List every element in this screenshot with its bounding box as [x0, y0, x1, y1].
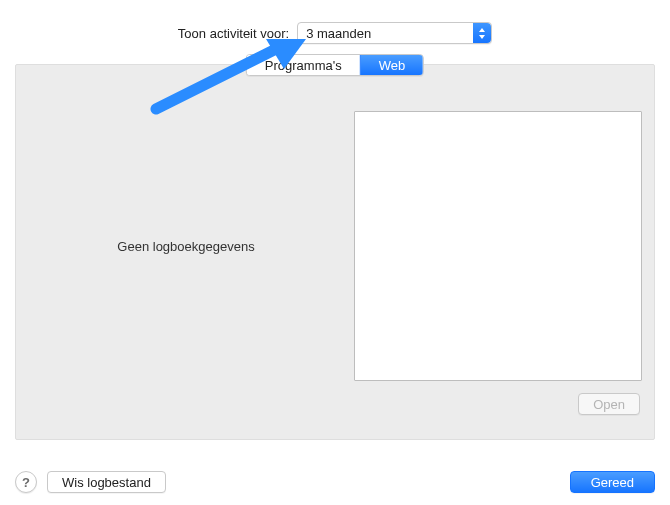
bottom-bar: ? Wis logbestand Gereed — [0, 459, 670, 505]
activity-period-select[interactable]: 3 maanden — [297, 22, 492, 44]
empty-message: Geen logboekgegevens — [117, 239, 254, 254]
clear-log-button[interactable]: Wis logbestand — [47, 471, 166, 493]
view-tabs: Programma's Web — [246, 54, 424, 76]
activity-period-value: 3 maanden — [306, 26, 371, 41]
detail-list[interactable] — [354, 111, 642, 381]
tab-programs[interactable]: Programma's — [247, 55, 360, 75]
log-content: Geen logboekgegevens — [28, 111, 642, 381]
tab-web[interactable]: Web — [360, 55, 424, 75]
log-panel: Programma's Web Geen logboekgegevens Ope… — [15, 64, 655, 440]
open-button: Open — [578, 393, 640, 415]
select-stepper-icon — [473, 23, 491, 43]
log-empty-area: Geen logboekgegevens — [28, 111, 344, 381]
help-icon: ? — [22, 475, 30, 490]
help-button[interactable]: ? — [15, 471, 37, 493]
activity-filter-row: Toon activiteit voor: 3 maanden — [0, 0, 670, 44]
activity-filter-label: Toon activiteit voor: — [178, 26, 289, 41]
done-button[interactable]: Gereed — [570, 471, 655, 493]
open-button-row: Open — [28, 393, 642, 415]
preferences-window: Toon activiteit voor: 3 maanden Programm… — [0, 0, 670, 505]
